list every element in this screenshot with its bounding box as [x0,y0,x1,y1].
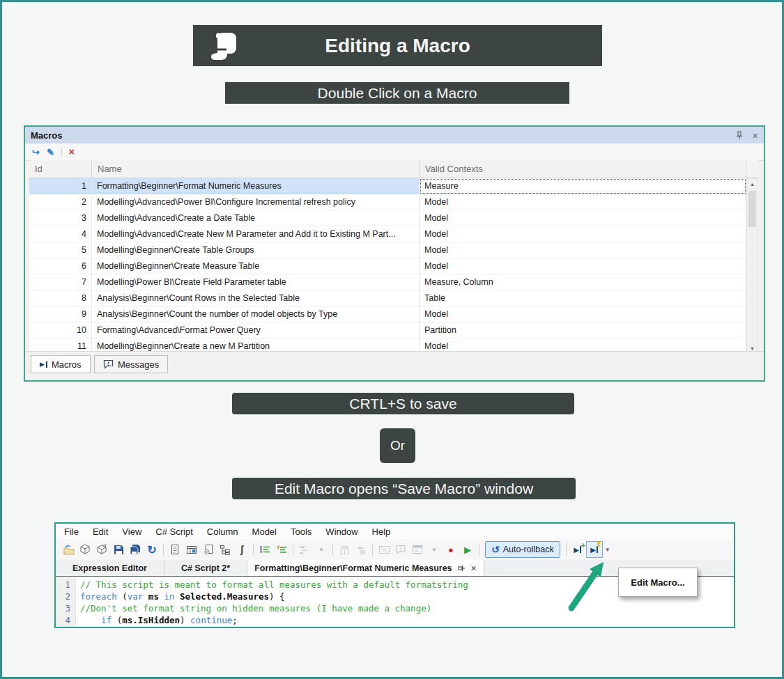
code-line: 4 if (ms.IsHidden) continue; [56,614,734,626]
toolbar-separator [163,543,164,556]
scrollbar-thumb[interactable] [748,191,756,227]
save-icon[interactable] [110,541,127,558]
deploy-model-icon[interactable] [93,541,110,558]
tab-pin-icon[interactable] [458,564,466,572]
panel-tabstrip: ▶ Macros Messages [25,351,764,380]
vertical-scrollbar[interactable]: ▲ ▼ [746,178,758,354]
table-row[interactable]: 4 Modelling\Advanced\Create New M Parame… [29,226,746,242]
window-dropdown-icon[interactable]: ▾ [426,541,443,558]
tab-expression-editor[interactable]: Expression Editor [56,560,164,576]
close-icon[interactable]: × [752,130,758,141]
code-identifier: ms.IsHidden [122,615,180,625]
format-script-icon[interactable] [256,541,273,558]
table-row[interactable]: 5 Modelling\Beginner\Create Table Groups… [29,242,746,258]
code-identifier: Selected.Measures [180,591,269,602]
row-id: 4 [29,226,92,242]
row-id: 9 [29,306,92,322]
menu-help[interactable]: Help [365,526,398,537]
scroll-up-icon[interactable]: ▲ [747,179,758,189]
row-contexts: Model [420,226,746,242]
code-text: ( [112,615,122,625]
row-contexts: Model [420,258,746,274]
menu-edit[interactable]: Edit [86,526,115,537]
menu-bar: File Edit View C# Script Column Model To… [56,524,734,539]
code-text: ) [180,615,190,625]
run-script-icon[interactable]: ▶ [459,541,476,558]
toolbar-separator [253,543,254,556]
row-contexts: Model [420,242,746,258]
column-header-id[interactable]: Id [29,160,92,178]
menu-column[interactable]: Column [200,526,245,537]
page-title: Editing a Macro [325,35,470,57]
window-layout-icon[interactable] [409,541,426,558]
table-row[interactable]: 8 Analysis\Beginner\Count Rows in the Se… [29,290,746,306]
row-contexts: Partition [420,322,746,338]
table-row[interactable]: 9 Analysis\Beginner\Count the number of … [29,306,746,322]
row-name: Formating\Advanced\Format Power Query [92,322,420,338]
perspective-dropdown-icon[interactable]: ▾ [313,541,330,558]
subtitle-banner: Double Click on a Macro [225,82,569,104]
menu-file[interactable]: File [57,526,86,537]
table-row[interactable]: 6 Modelling\Beginner\Create Measure Tabl… [29,258,746,274]
macros-toolbar: ↪ ✎ × [25,143,764,161]
menu-tools[interactable]: Tools [284,526,318,537]
auto-rollback-button[interactable]: ↺ Auto-rollback [485,541,560,558]
edit-table-icon[interactable] [183,541,200,558]
table-row[interactable]: 7 Modelling\Power BI\Create Field Parame… [29,274,746,290]
run-macro-icon[interactable]: ↪ [32,147,40,157]
tab-macros-label: Macros [52,359,82,370]
hierarchy-icon[interactable] [217,541,233,558]
row-id: 5 [29,242,92,258]
row-id: 1 [29,178,92,194]
refresh-icon[interactable]: ↻ [144,541,160,558]
table-row[interactable]: 10 Formating\Advanced\Format Power Query… [29,322,746,338]
play-bar-icon-bar [46,361,47,368]
menu-view[interactable]: View [115,526,148,537]
menu-model[interactable]: Model [245,526,284,537]
row-contexts: Model [420,306,746,322]
row-name: Modelling\Advanced\Create New M Paramete… [92,226,420,242]
title-banner: Editing a Macro [193,25,602,66]
tab-format-numeric-measures[interactable]: Formatting\Beginner\Format Numeric Measu… [247,560,484,576]
row-id: 2 [29,194,92,210]
screenshot-box-icon[interactable] [376,541,392,558]
tab-close-icon[interactable]: × [471,563,477,574]
menu-csharp-script[interactable]: C# Script [148,526,199,537]
code-keyword: var [128,591,144,602]
table-row[interactable]: 3 Modelling\Advanced\Create a Date Table… [29,210,746,226]
tab-messages[interactable]: Messages [94,355,168,373]
row-contexts: Measure [420,178,746,194]
code-comment: // This script is meant to format all me… [80,579,468,590]
messages-icon[interactable] [392,541,409,558]
tab-csharp-script-2[interactable]: C# Script 2* [164,560,247,576]
import-script-icon[interactable] [200,541,217,558]
new-script-icon[interactable] [167,541,183,558]
menu-window[interactable]: Window [318,526,364,537]
edit-macro-banner: Edit Macro opens “Save Macro” window [232,478,576,499]
plus-badge: + [581,541,585,549]
column-header-contexts[interactable]: Valid Contexts [420,160,746,178]
code-identifier: ms [148,591,159,602]
tab-macros[interactable]: ▶ Macros [31,355,91,373]
gold-badge [597,545,600,547]
delete-macro-icon[interactable]: × [69,146,75,157]
translate-column-icon[interactable] [336,541,353,558]
move-column-icon[interactable] [353,541,369,558]
save-all-icon[interactable] [127,541,144,558]
pin-icon[interactable] [735,131,744,140]
table-row[interactable]: 1 Formatting\Beginner\Format Numeric Mea… [29,178,746,194]
edit-macro-icon[interactable]: ✎ [47,147,54,157]
script-icon[interactable]: ʃ [233,541,250,558]
format-undo-icon[interactable] [273,541,290,558]
table-row[interactable]: 2 Modelling\Advanced\Power BI\Configure … [29,194,746,210]
perspective-icon[interactable] [296,541,313,558]
tab-label: Formatting\Beginner\Format Numeric Measu… [254,563,452,573]
open-file-icon[interactable] [60,541,77,558]
row-contexts: Measure, Column [420,274,746,290]
open-model-icon[interactable] [77,541,93,558]
gold-badge [597,542,600,545]
toolbar-separator [293,543,293,556]
row-contexts: Model [420,194,746,210]
record-macro-icon[interactable]: ● [443,541,459,558]
column-header-name[interactable]: Name [92,160,420,178]
